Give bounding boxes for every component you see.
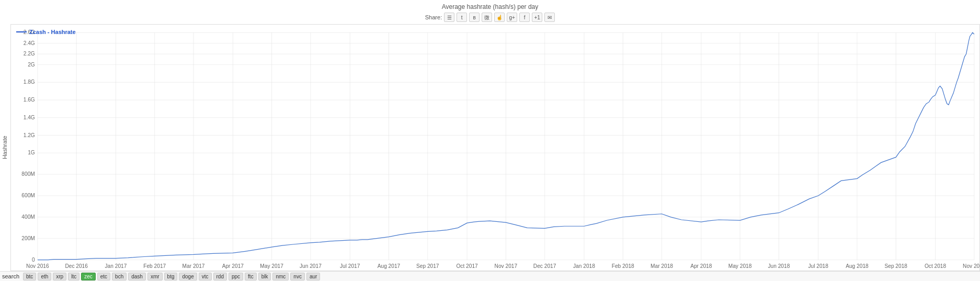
coin-vtc[interactable]: vtc bbox=[199, 273, 212, 280]
svg-text:Sep 2017: Sep 2017 bbox=[416, 263, 439, 269]
facebook-share-btn[interactable]: f bbox=[519, 13, 530, 22]
reddit-share-btn[interactable]: ☰ bbox=[444, 13, 454, 22]
coin-xrp[interactable]: xrp bbox=[53, 273, 66, 280]
svg-text:Mar 2018: Mar 2018 bbox=[651, 263, 673, 269]
svg-text:Nov 2016: Nov 2016 bbox=[26, 263, 49, 269]
svg-text:2G: 2G bbox=[28, 62, 35, 68]
svg-text:1.4G: 1.4G bbox=[24, 115, 35, 120]
svg-text:May 2018: May 2018 bbox=[728, 263, 752, 269]
chart-inner: Zcash - Hashrate 2.6G 2.4G 2.2G 2G 1.8G … bbox=[10, 24, 980, 271]
coin-eth[interactable]: eth bbox=[38, 273, 51, 280]
chart-legend: Zcash - Hashrate bbox=[16, 29, 76, 35]
email-share-btn[interactable]: ✉ bbox=[544, 13, 555, 22]
search-label: search bbox=[2, 273, 19, 279]
svg-text:May 2017: May 2017 bbox=[260, 263, 283, 269]
svg-text:Apr 2017: Apr 2017 bbox=[222, 263, 244, 269]
chart-title: Average hashrate (hash/s) per day bbox=[442, 3, 539, 10]
share-label: Share: bbox=[425, 14, 442, 20]
svg-text:Apr 2018: Apr 2018 bbox=[690, 263, 712, 269]
svg-text:2.4G: 2.4G bbox=[24, 40, 35, 46]
svg-text:Nov 2018: Nov 2018 bbox=[963, 263, 979, 269]
svg-text:Jun 2017: Jun 2017 bbox=[300, 263, 322, 269]
coin-etc[interactable]: etc bbox=[97, 273, 110, 280]
svg-text:Dec 2017: Dec 2017 bbox=[533, 263, 556, 269]
svg-text:1.2G: 1.2G bbox=[24, 132, 35, 138]
svg-text:1.6G: 1.6G bbox=[24, 97, 35, 103]
legend-line bbox=[16, 31, 27, 32]
svg-text:200M: 200M bbox=[21, 235, 35, 241]
coin-rdd[interactable]: rdd bbox=[213, 273, 227, 280]
coin-blk[interactable]: blk bbox=[258, 273, 271, 280]
coin-xmr[interactable]: xmr bbox=[147, 273, 163, 280]
svg-text:Jul 2017: Jul 2017 bbox=[340, 263, 360, 269]
coin-ftc[interactable]: ftc bbox=[245, 273, 257, 280]
svg-text:Mar 2017: Mar 2017 bbox=[183, 263, 205, 269]
vk-share-btn[interactable]: в bbox=[469, 13, 480, 22]
coin-bch[interactable]: bch bbox=[112, 273, 127, 280]
google-share-btn[interactable]: g+ bbox=[507, 13, 517, 22]
svg-text:Aug 2017: Aug 2017 bbox=[378, 263, 401, 269]
page-wrapper: Average hashrate (hash/s) per day Share:… bbox=[0, 0, 980, 281]
svg-text:Jan 2017: Jan 2017 bbox=[105, 263, 127, 269]
y-axis-label: Hashrate bbox=[0, 24, 10, 271]
svg-text:Sep 2018: Sep 2018 bbox=[884, 263, 907, 269]
svg-text:2.2G: 2.2G bbox=[24, 51, 35, 57]
coin-ltc[interactable]: ltc bbox=[68, 273, 79, 280]
coin-aur[interactable]: aur bbox=[306, 273, 320, 280]
svg-text:Dec 2016: Dec 2016 bbox=[65, 263, 88, 269]
svg-text:Feb 2018: Feb 2018 bbox=[612, 263, 634, 269]
svg-text:Oct 2018: Oct 2018 bbox=[925, 263, 947, 269]
stumble-share-btn[interactable]: ☝ bbox=[494, 13, 505, 22]
weibo-share-btn[interactable]: 微 bbox=[482, 13, 492, 22]
svg-text:Oct 2017: Oct 2017 bbox=[456, 263, 478, 269]
coin-btg[interactable]: btg bbox=[164, 273, 178, 280]
svg-text:1G: 1G bbox=[28, 150, 35, 155]
svg-text:600M: 600M bbox=[21, 193, 35, 198]
svg-text:Feb 2017: Feb 2017 bbox=[143, 263, 166, 269]
googleplus-share-btn[interactable]: +1 bbox=[532, 13, 542, 22]
svg-text:Nov 2017: Nov 2017 bbox=[495, 263, 518, 269]
svg-text:1.8G: 1.8G bbox=[24, 79, 35, 85]
svg-text:Jul 2018: Jul 2018 bbox=[808, 263, 828, 269]
coin-ppc[interactable]: ppc bbox=[229, 273, 243, 280]
svg-text:800M: 800M bbox=[21, 171, 35, 177]
svg-text:Jan 2018: Jan 2018 bbox=[573, 263, 595, 269]
coin-zec[interactable]: zec bbox=[81, 273, 96, 280]
svg-text:400M: 400M bbox=[21, 214, 35, 220]
svg-text:0: 0 bbox=[32, 257, 35, 263]
svg-text:Jun 2018: Jun 2018 bbox=[768, 263, 790, 269]
bottom-bar: search btc eth xrp ltc zec etc bch dash … bbox=[0, 271, 980, 281]
share-bar: Share: ☰ t в 微 ☝ g+ f +1 ✉ bbox=[425, 13, 555, 22]
coin-nmc[interactable]: nmc bbox=[272, 273, 289, 280]
chart-area: Hashrate Zcash - Hashrate 2.6G 2.4G 2.2G… bbox=[0, 24, 980, 271]
coin-dash[interactable]: dash bbox=[128, 273, 146, 280]
legend-label: Zcash - Hashrate bbox=[29, 29, 76, 35]
coin-doge[interactable]: doge bbox=[179, 273, 197, 280]
chart-svg: 2.6G 2.4G 2.2G 2G 1.8G 1.6G 1.4G 1.2G 1G bbox=[11, 25, 979, 271]
coin-btc[interactable]: btc bbox=[23, 273, 36, 280]
svg-text:Aug 2018: Aug 2018 bbox=[846, 263, 869, 269]
coin-nvc[interactable]: nvc bbox=[290, 273, 305, 280]
twitter-share-btn[interactable]: t bbox=[457, 13, 467, 22]
